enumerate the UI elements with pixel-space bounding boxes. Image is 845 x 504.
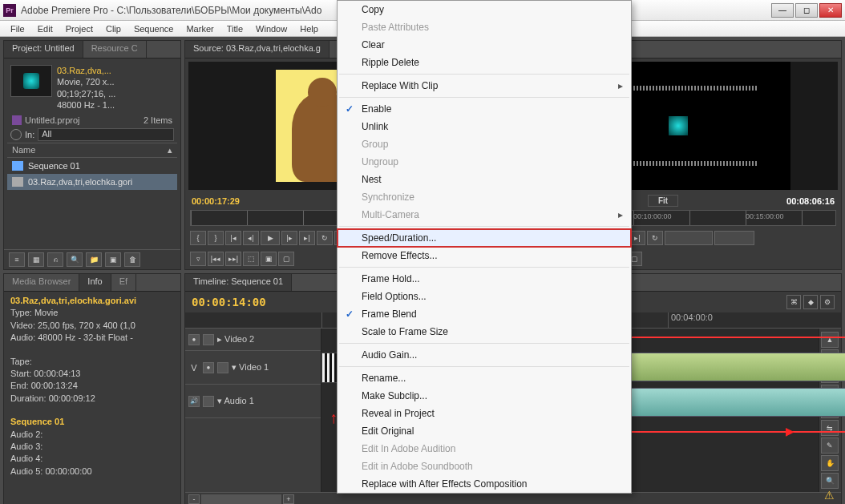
zoom-slider[interactable] [201, 494, 281, 504]
trash-button[interactable]: 🗑 [124, 252, 140, 267]
tab-info[interactable]: Info [79, 274, 111, 291]
menu-item-audio-gain[interactable]: Audio Gain... [338, 346, 631, 364]
info-a3: Audio 3: [10, 441, 174, 453]
marker-button[interactable]: ▿ [190, 252, 206, 266]
slip-tool[interactable]: ⇋ [821, 420, 839, 436]
eye-icon[interactable]: ● [203, 362, 214, 373]
menu-item-enable[interactable]: Enable [338, 100, 631, 118]
menu-marker[interactable]: Marker [180, 22, 219, 35]
export-frame-button[interactable]: ▢ [278, 252, 294, 266]
info-tape: Tape: [10, 356, 174, 368]
automate-button[interactable]: ⎌ [47, 252, 63, 267]
menu-item-nest[interactable]: Nest [338, 171, 631, 188]
menu-item-remove-effects[interactable]: Remove Effects... [338, 247, 631, 264]
set-in-button[interactable]: { [190, 231, 206, 245]
program-zoom[interactable]: Fit [648, 195, 678, 207]
loop-button[interactable]: ↻ [647, 231, 663, 245]
menu-item-edit-original[interactable]: Edit Original [338, 422, 631, 440]
search-icon[interactable] [10, 129, 22, 140]
icon-view-button[interactable]: ▦ [28, 252, 44, 267]
step-fwd-button[interactable]: |▸ [281, 231, 297, 245]
settings-button[interactable]: ⚙ [820, 295, 835, 309]
zoom-out-button[interactable]: - [188, 494, 200, 504]
next-marker-button[interactable]: ▸▸| [225, 252, 241, 266]
name-header[interactable]: Name [12, 145, 35, 155]
menu-item-replace-with-after-effects-composition[interactable]: Replace with After Effects Composition [338, 475, 631, 493]
menu-help[interactable]: Help [294, 22, 324, 35]
menu-edit[interactable]: Edit [32, 22, 59, 35]
menu-item-frame-blend[interactable]: Frame Blend [338, 305, 631, 323]
info-end: End: 00:00:13:24 [10, 380, 174, 392]
new-bin-button[interactable]: 📁 [86, 252, 102, 267]
menu-item-copy[interactable]: Copy [338, 1, 631, 18]
lock-icon[interactable] [203, 334, 214, 345]
project-toolbar: ≡ ▦ ⎌ 🔍 📁 ▣ 🗑 [4, 249, 180, 269]
alert-icon[interactable]: ⚠ [824, 489, 835, 502]
menu-item-frame-hold[interactable]: Frame Hold... [338, 270, 631, 288]
list-view-button[interactable]: ≡ [9, 252, 25, 267]
step-back-button[interactable]: ◂| [243, 231, 259, 245]
menu-item-scale-to-frame-size[interactable]: Scale to Frame Size [338, 323, 631, 341]
lock-icon[interactable] [203, 396, 214, 407]
menu-title[interactable]: Title [221, 22, 249, 35]
close-button[interactable]: ✕ [819, 3, 842, 18]
selection-tool[interactable]: ▲ [821, 332, 839, 348]
menu-project[interactable]: Project [60, 22, 99, 35]
list-item[interactable]: 03.Raz,dva,tri,elochka.gori [7, 174, 177, 190]
menu-sequence[interactable]: Sequence [128, 22, 180, 35]
play-button[interactable]: ▶ [261, 231, 280, 245]
menu-item-clear[interactable]: Clear [338, 36, 631, 54]
new-item-button[interactable]: ▣ [105, 252, 121, 267]
goto-out-button[interactable]: ▸| [299, 231, 315, 245]
zoom-in-button[interactable]: + [283, 494, 294, 504]
tab-project[interactable]: Project: Untitled [4, 41, 83, 58]
lock-icon[interactable] [217, 362, 228, 373]
zoom-tool[interactable]: 🔍 [821, 473, 839, 489]
eye-icon[interactable]: ● [188, 334, 200, 345]
menu-window[interactable]: Window [250, 22, 293, 35]
menu-item-field-options[interactable]: Field Options... [338, 288, 631, 305]
speaker-icon[interactable]: 🔊 [188, 396, 200, 407]
pen-tool[interactable]: ✎ [821, 437, 839, 454]
source-timecode-in[interactable]: 00:00:17:29 [192, 196, 240, 206]
hand-tool[interactable]: ✋ [821, 455, 839, 471]
v-patch[interactable]: V [188, 363, 200, 373]
maximize-button[interactable]: ◻ [795, 3, 818, 18]
menu-item-speed-duration[interactable]: Speed/Duration... [338, 229, 631, 247]
menu-item-unlink[interactable]: Unlink [338, 118, 631, 135]
shuttle-slider[interactable] [665, 231, 713, 245]
menu-item-ripple-delete[interactable]: Ripple Delete [338, 54, 631, 71]
tab-source[interactable]: Source: 03.Raz,dva,tri,elochka.g [185, 41, 330, 58]
menu-item-rename[interactable]: Rename... [338, 369, 631, 387]
goto-out-button[interactable]: ▸| [629, 231, 645, 245]
minimize-button[interactable]: — [771, 3, 794, 18]
in-filter[interactable]: All [38, 128, 174, 141]
loop-button[interactable]: ↻ [317, 231, 333, 245]
find-button[interactable]: 🔍 [67, 252, 83, 267]
insert-button[interactable]: ⬚ [243, 252, 259, 266]
set-out-button[interactable]: } [208, 231, 224, 245]
menu-clip[interactable]: Clip [100, 22, 127, 35]
menu-item-replace-with-clip[interactable]: Replace With Clip [338, 77, 631, 95]
track-header-v1[interactable]: V ● ▾ Video 1 [185, 351, 321, 385]
snap-button[interactable]: ⌘ [786, 295, 801, 309]
ruler-tick: 00:04:00:0 [668, 312, 841, 328]
track-header-v2[interactable]: ● ▸ Video 2 [185, 329, 321, 351]
marker-button[interactable]: ◆ [803, 295, 818, 309]
tab-resource[interactable]: Resource C [83, 41, 147, 58]
jog-wheel[interactable] [714, 231, 754, 245]
list-item[interactable]: Sequence 01 [7, 158, 177, 174]
goto-in-button[interactable]: |◂ [225, 231, 241, 245]
tab-timeline[interactable]: Timeline: Sequence 01 [185, 274, 292, 291]
tab-effects[interactable]: Ef [111, 274, 136, 291]
track-header-a1[interactable]: 🔊 ▾ Audio 1 [185, 385, 321, 418]
sort-icon[interactable]: ▴ [168, 145, 172, 155]
menu-item-make-subclip[interactable]: Make Subclip... [338, 387, 631, 405]
menu-file[interactable]: File [5, 22, 30, 35]
overwrite-button[interactable]: ▣ [261, 252, 277, 266]
prev-marker-button[interactable]: |◂◂ [208, 252, 224, 266]
sequence-icon [12, 161, 23, 171]
menu-item-reveal-in-project[interactable]: Reveal in Project [338, 405, 631, 422]
tab-media-browser[interactable]: Media Browser [4, 274, 79, 291]
timeline-timecode[interactable]: 00:00:14:00 [192, 296, 266, 308]
